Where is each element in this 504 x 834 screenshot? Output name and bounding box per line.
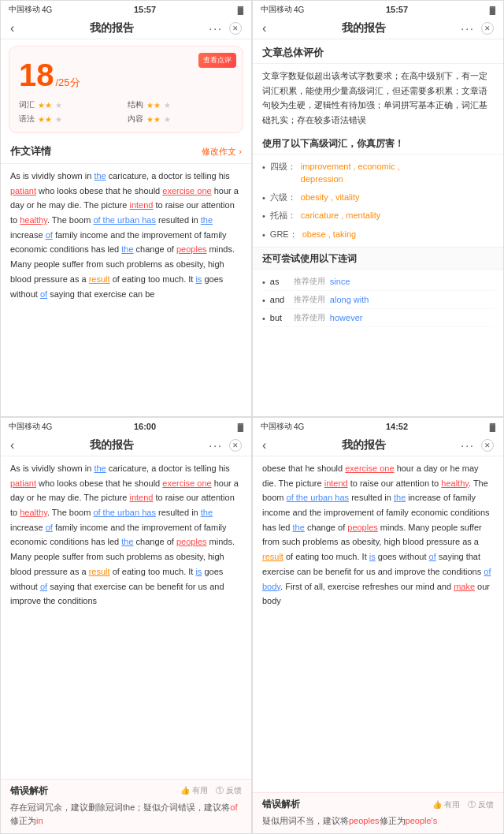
feedback-button-3[interactable]: ① 反馈 [216,785,242,796]
score-content-stars: ★★ [146,115,161,124]
error-text-3: 存在冠词冗余，建议删除冠词the；疑似介词错误，建议将of修正为in [10,801,242,828]
essay-text-1: As is vividly shown in the caricature, a… [1,164,251,306]
panel-2-body: 文章总体评价 文章字数疑似超出该考试字数要求；在高中级别下，有一定词汇积累，能使… [253,39,503,416]
more-button-4[interactable]: ··· [461,439,475,452]
of-1: of [46,230,53,240]
back-button-3[interactable]: ‹ [10,438,14,452]
of-2: of [40,289,47,299]
of-the-urban-p4: of the urban has [287,493,350,502]
back-button-4[interactable]: ‹ [262,438,266,452]
panel-4: 中国移动 4G 14:52 ▓ ‹ 我的报告 ··· ✕ obese that … [252,417,504,834]
close-button-4[interactable]: ✕ [481,439,494,452]
the-3: the [121,244,133,254]
essay-section-header: 作文详情 修改作文 › [1,140,251,164]
panel-3: 中国移动 4G 16:00 ▓ ‹ 我的报告 ··· ✕ As is vivid… [0,417,252,834]
vocab-cet6-words: obesity , vitality [301,191,360,204]
is-p4: is [369,552,376,561]
vocab-list: • 四级： improvement , economic ,depression… [253,155,503,248]
status-bar-2: 中国移动 4G 15:57 ▓ [253,1,503,18]
vocab-cet4-words: improvement , economic ,depression [301,160,400,186]
score-structure-label: 结构 [128,99,143,110]
check-review-button[interactable]: 查看点评 [198,53,236,68]
make-p4: make [454,582,475,591]
score-vocab-stars: ★★ [38,101,52,110]
score-structure-stars: ★★ [146,101,161,110]
connector-and-alt: along with [330,295,369,304]
connector-item-and: • and 推荐使用 along with [262,291,494,309]
error-highlight-of: of [230,802,237,812]
score-vocab-label: 词汇 [19,99,35,110]
time-2: 15:57 [386,5,408,14]
intend-p3: intend [129,493,153,502]
of-p4: of [429,552,436,561]
feedback-button-4[interactable]: ① 反馈 [468,799,494,810]
carrier-2: 中国移动 4G [261,4,304,15]
score-number: 18 [19,58,54,93]
overall-text: 文章字数疑似超出该考试字数要求；在高中级别下，有一定词汇积累，能使用少量高级词汇… [253,64,503,132]
back-button-1[interactable]: ‹ [10,21,14,35]
useful-button-4[interactable]: 👍 有用 [432,799,460,810]
more-button-2[interactable]: ··· [461,22,475,35]
exercise-one-p3: exercise one [162,478,211,488]
error-header-4: 错误解析 👍 有用 ① 反馈 [262,798,494,811]
connector-list: • as 推荐使用 since • and 推荐使用 along with • … [253,270,503,330]
time-1: 15:57 [134,5,156,14]
healthy-p4: healthy [441,478,469,488]
score-grid: 词汇 ★★★ 结构 ★★★ 语法 ★★★ 内容 ★★★ [19,99,233,125]
useful-button-3[interactable]: 👍 有用 [180,785,208,796]
peoples-p4: peoples [347,523,378,532]
error-bar-3: 错误解析 👍 有用 ① 反馈 存在冠词冗余，建议删除冠词the；疑似介词错误，建… [1,779,251,833]
score-grammar: 语法 ★★★ [19,114,124,125]
score-structure: 结构 ★★★ [128,99,233,110]
error-text-4: 疑似用词不当，建议将peoples修正为people's [262,814,494,828]
essay-section-title: 作文详情 [10,144,51,158]
nav-bar-3: ‹ 我的报告 ··· ✕ [1,435,251,456]
vocab-title: 使用了以下高级词汇，你真厉害！ [253,132,503,155]
the-2: the [201,215,213,225]
patiant-p3: patiant [10,478,36,488]
nav-bar-4: ‹ 我的报告 ··· ✕ [253,435,503,456]
connector-but-alt: however [330,313,363,322]
status-bar-3: 中国移动 4G 16:00 ▓ [1,418,251,435]
score-denom: /25分 [56,76,80,90]
more-button-1[interactable]: ··· [209,22,223,35]
status-bar-4: 中国移动 4G 14:52 ▓ [253,418,503,435]
score-content-label: 内容 [128,114,143,125]
nav-title-2: 我的报告 [342,21,386,35]
the-p3-1: the [94,464,106,473]
error-highlight-peoples-correct: people's [406,816,438,825]
error-actions-4: 👍 有用 ① 反馈 [432,799,494,810]
close-button-3[interactable]: ✕ [229,439,242,452]
connector-as-alt: since [330,277,350,286]
connector-title: 还可尝试使用以下连词 [253,247,503,270]
panel-1: 中国移动 4G 15:57 ▓ ‹ 我的报告 ··· ✕ 查看点评 18 /25… [0,0,252,417]
essay-text-3: As is vividly shown in the caricature, a… [1,456,251,613]
nav-title-4: 我的报告 [342,438,386,452]
patiant-1: patiant [10,186,36,195]
close-button-1[interactable]: ✕ [229,22,242,35]
score-card: 查看点评 18 /25分 词汇 ★★★ 结构 ★★★ 语法 ★★★ [9,46,243,133]
close-button-2[interactable]: ✕ [481,22,494,35]
connector-item-as: • as 推荐使用 since [262,273,494,291]
edit-essay-link[interactable]: 修改作文 › [202,146,242,158]
panel-3-body: As is vividly shown in the caricature, a… [1,456,251,779]
result-1: result [89,274,110,284]
score-grammar-stars: ★★ [38,115,52,124]
essay-text-4: obese that he should exercise one hour a… [253,456,503,613]
error-actions-3: 👍 有用 ① 反馈 [180,785,242,796]
of-the-urban-p3: of the urban has [93,508,156,517]
peoples-p3: peoples [176,537,207,546]
peoples-1: peoples [176,244,207,254]
battery-2: ▓ [490,6,495,14]
back-button-2[interactable]: ‹ [262,21,266,35]
the-1: the [94,171,106,181]
more-button-3[interactable]: ··· [209,439,223,452]
carrier-4: 中国移动 4G [261,421,304,432]
healthy-p3: healthy [20,508,47,517]
healthy-1: healthy [20,215,47,225]
the-p3-3: the [121,537,133,546]
nav-title-1: 我的报告 [90,21,134,35]
status-bar-1: 中国移动 4G 15:57 ▓ [1,1,251,18]
vocab-item-cet4: • 四级： improvement , economic ,depression [262,158,494,188]
battery-4: ▓ [490,423,495,431]
